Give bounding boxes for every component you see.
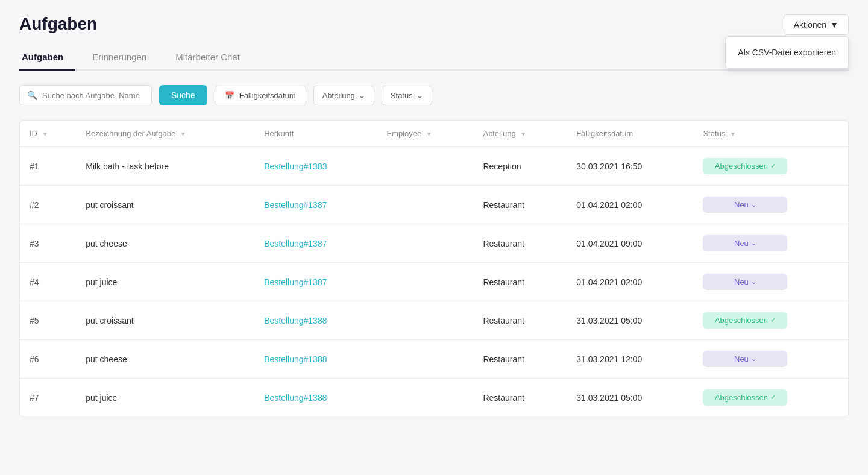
status-chevron-icon: ⌄ <box>751 239 756 247</box>
search-wrapper: 🔍 <box>19 85 152 105</box>
status-badge[interactable]: Neu⌄ <box>703 351 787 367</box>
aktionen-chevron-icon: ▼ <box>830 20 838 30</box>
row-bezeichnung: Milk bath - task before <box>76 147 254 186</box>
row-bezeichnung: put croissant <box>76 186 254 224</box>
toolbar: 🔍 Suche 📅 Fälligkeitsdatum Abteilung ⌄ S… <box>19 85 849 105</box>
status-badge[interactable]: Neu⌄ <box>703 274 787 290</box>
col-id[interactable]: ID ▼ <box>20 121 76 147</box>
bezeichnung-sort-icon: ▼ <box>180 131 186 137</box>
export-csv-item[interactable]: Als CSV-Datei exportieren <box>726 42 848 63</box>
row-herkunft[interactable]: Bestellung#1383 <box>254 147 377 186</box>
table-row: #3 put cheese Bestellung#1387 Restaurant… <box>20 224 848 263</box>
row-id: #7 <box>20 379 76 417</box>
row-abteilung: Restaurant <box>473 340 567 379</box>
status-badge[interactable]: Abgeschlossen✓ <box>703 312 787 329</box>
row-faelligkeit: 01.04.2021 09:00 <box>567 224 693 263</box>
row-status[interactable]: Neu⌄ <box>693 224 848 263</box>
row-faelligkeit: 01.04.2021 02:00 <box>567 263 693 301</box>
table-row: #7 put juice Bestellung#1388 Restaurant … <box>20 379 848 417</box>
status-chevron-icon: ⌄ <box>751 355 756 363</box>
row-id: #4 <box>20 263 76 301</box>
status-chevron-icon: ⌄ <box>751 201 756 209</box>
row-id: #3 <box>20 224 76 263</box>
row-faelligkeit: 01.04.2021 02:00 <box>567 186 693 224</box>
row-bezeichnung: put juice <box>76 263 254 301</box>
row-employee <box>377 340 473 379</box>
tab-mitarbeiter-chat[interactable]: Mitarbeiter Chat <box>173 46 252 71</box>
status-badge[interactable]: Neu⌄ <box>703 235 787 251</box>
search-input[interactable] <box>42 91 144 100</box>
tab-aufgaben[interactable]: Aufgaben <box>19 46 75 71</box>
status-badge[interactable]: Abgeschlossen✓ <box>703 389 787 406</box>
row-employee <box>377 263 473 301</box>
row-status[interactable]: Neu⌄ <box>693 186 848 224</box>
status-filter-button[interactable]: Status ⌄ <box>382 86 432 105</box>
row-employee <box>377 186 473 224</box>
row-herkunft[interactable]: Bestellung#1388 <box>254 301 377 340</box>
page-container: Aufgaben Aktionen ▼ Als CSV-Datei export… <box>0 0 868 475</box>
row-status[interactable]: Abgeschlossen✓ <box>693 379 848 417</box>
date-filter-button[interactable]: 📅 Fälligkeitsdatum <box>215 86 306 105</box>
row-status[interactable]: Neu⌄ <box>693 340 848 379</box>
tabs-container: Aufgaben Erinnerungen Mitarbeiter Chat <box>19 46 849 71</box>
row-faelligkeit: 31.03.2021 12:00 <box>567 340 693 379</box>
row-herkunft[interactable]: Bestellung#1387 <box>254 263 377 301</box>
table-body: #1 Milk bath - task before Bestellung#13… <box>20 147 848 417</box>
row-employee <box>377 301 473 340</box>
row-bezeichnung: put croissant <box>76 301 254 340</box>
table-row: #2 put croissant Bestellung#1387 Restaur… <box>20 186 848 224</box>
row-id: #1 <box>20 147 76 186</box>
status-chevron-icon: ✓ <box>770 394 776 401</box>
status-chevron-icon: ✓ <box>770 316 776 324</box>
row-herkunft[interactable]: Bestellung#1388 <box>254 379 377 417</box>
row-abteilung: Restaurant <box>473 301 567 340</box>
row-abteilung: Restaurant <box>473 224 567 263</box>
col-employee[interactable]: Employee ▼ <box>377 121 473 147</box>
table-header: ID ▼ Bezeichnung der Aufgabe ▼ Herkunft … <box>20 121 848 147</box>
row-bezeichnung: put cheese <box>76 224 254 263</box>
main-table: ID ▼ Bezeichnung der Aufgabe ▼ Herkunft … <box>19 120 849 417</box>
row-status[interactable]: Abgeschlossen✓ <box>693 301 848 340</box>
row-id: #6 <box>20 340 76 379</box>
aktionen-label: Aktionen <box>794 20 826 30</box>
table-row: #1 Milk bath - task before Bestellung#13… <box>20 147 848 186</box>
row-employee <box>377 224 473 263</box>
col-abteilung[interactable]: Abteilung ▼ <box>473 121 567 147</box>
row-employee <box>377 379 473 417</box>
search-button[interactable]: Suche <box>159 85 207 105</box>
status-badge[interactable]: Abgeschlossen✓ <box>703 158 787 174</box>
status-badge[interactable]: Neu⌄ <box>703 197 787 213</box>
row-status[interactable]: Abgeschlossen✓ <box>693 147 848 186</box>
table-row: #4 put juice Bestellung#1387 Restaurant … <box>20 263 848 301</box>
row-herkunft[interactable]: Bestellung#1387 <box>254 224 377 263</box>
abteilung-chevron-icon: ⌄ <box>359 91 365 100</box>
col-status[interactable]: Status ▼ <box>693 121 848 147</box>
tasks-table: ID ▼ Bezeichnung der Aufgabe ▼ Herkunft … <box>20 121 848 417</box>
row-herkunft[interactable]: Bestellung#1388 <box>254 340 377 379</box>
status-chevron-icon: ⌄ <box>417 91 423 100</box>
row-status[interactable]: Neu⌄ <box>693 263 848 301</box>
calendar-icon: 📅 <box>225 91 234 100</box>
row-bezeichnung: put juice <box>76 379 254 417</box>
row-faelligkeit: 31.03.2021 05:00 <box>567 379 693 417</box>
row-employee <box>377 147 473 186</box>
abteilung-filter-button[interactable]: Abteilung ⌄ <box>313 86 374 105</box>
row-abteilung: Restaurant <box>473 263 567 301</box>
tab-erinnerungen[interactable]: Erinnerungen <box>90 46 159 71</box>
employee-sort-icon: ▼ <box>426 131 432 137</box>
row-bezeichnung: put cheese <box>76 340 254 379</box>
id-sort-icon: ▼ <box>42 131 48 137</box>
status-chevron-icon: ⌄ <box>751 278 756 286</box>
abteilung-sort-icon: ▼ <box>520 131 526 137</box>
aktionen-button[interactable]: Aktionen ▼ <box>784 14 849 35</box>
row-abteilung: Reception <box>473 147 567 186</box>
search-icon: 🔍 <box>27 90 37 100</box>
aktionen-dropdown: Als CSV-Datei exportieren <box>725 36 849 69</box>
row-herkunft[interactable]: Bestellung#1387 <box>254 186 377 224</box>
col-bezeichnung[interactable]: Bezeichnung der Aufgabe ▼ <box>76 121 254 147</box>
status-sort-icon: ▼ <box>730 131 736 137</box>
row-faelligkeit: 31.03.2021 05:00 <box>567 301 693 340</box>
row-abteilung: Restaurant <box>473 379 567 417</box>
row-faelligkeit: 30.03.2021 16:50 <box>567 147 693 186</box>
row-abteilung: Restaurant <box>473 186 567 224</box>
